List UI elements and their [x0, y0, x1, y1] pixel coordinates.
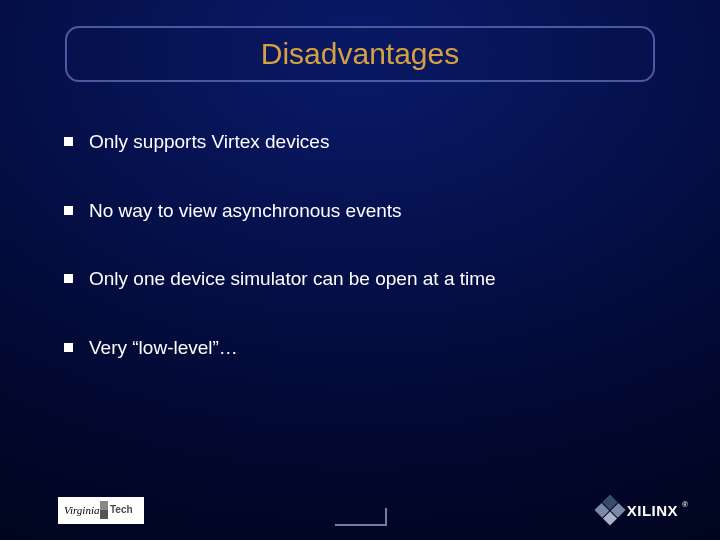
bullet-text: Only supports Virtex devices — [89, 130, 329, 155]
list-item: Very “low-level”… — [64, 336, 644, 361]
xilinx-diamond-icon — [594, 494, 625, 525]
footer: Virginia Tech XILINX ® — [0, 494, 720, 540]
logo-left-line2: Tech — [110, 505, 133, 515]
bullet-icon — [64, 274, 73, 283]
logo-left-line1: Virginia — [64, 505, 99, 516]
list-item: No way to view asynchronous events — [64, 199, 644, 224]
virginia-tech-logo: Virginia Tech — [58, 497, 144, 524]
slide-title: Disadvantages — [261, 37, 459, 71]
list-item: Only supports Virtex devices — [64, 130, 644, 155]
bullet-icon — [64, 343, 73, 352]
bullet-list: Only supports Virtex devices No way to v… — [64, 130, 644, 405]
xilinx-brand-text: XILINX — [627, 502, 678, 519]
list-item: Only one device simulator can be open at… — [64, 267, 644, 292]
bullet-icon — [64, 206, 73, 215]
xilinx-logo: XILINX ® — [599, 499, 688, 521]
shield-icon — [100, 501, 108, 519]
slide: Disadvantages Only supports Virtex devic… — [0, 0, 720, 540]
bullet-text: No way to view asynchronous events — [89, 199, 402, 224]
bullet-icon — [64, 137, 73, 146]
bullet-text: Very “low-level”… — [89, 336, 238, 361]
bullet-text: Only one device simulator can be open at… — [89, 267, 496, 292]
registered-mark: ® — [682, 500, 688, 509]
title-box: Disadvantages — [65, 26, 655, 82]
